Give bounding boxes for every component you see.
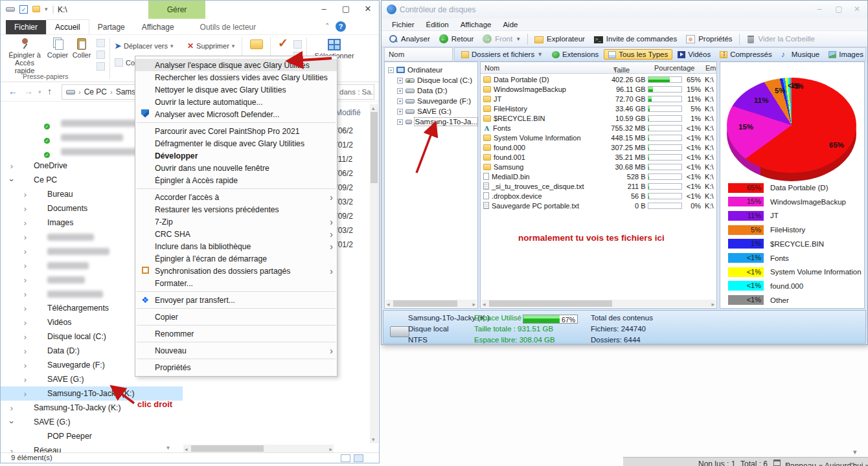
tab-accueil[interactable]: Accueil	[46, 19, 89, 34]
thumbnail-view-icon[interactable]	[354, 454, 363, 462]
sidebar-item-r-seau[interactable]: ›Réseau	[1, 443, 183, 452]
expander-icon[interactable]: ›	[22, 261, 29, 271]
scroll-left-icon[interactable]: ◂	[483, 301, 486, 307]
scroll-right-icon[interactable]: ▸	[472, 301, 475, 307]
context-menu-item-renommer[interactable]: Renommer	[135, 327, 337, 340]
expand-icon[interactable]: +	[397, 98, 403, 104]
filter-vid-os[interactable]: Vidéos	[674, 50, 714, 59]
horizontal-scrollbar[interactable]: ◂ ▸	[385, 300, 477, 307]
tab-outils-lecteur[interactable]: Outils de lecteur	[192, 20, 265, 34]
forward-icon[interactable]: →	[24, 86, 33, 96]
tree-column-header[interactable]: Nom	[384, 47, 453, 61]
column-header-location[interactable]: Em	[705, 64, 716, 72]
file-row-found-000[interactable]: found.000307.25 MB<1%K:\	[481, 142, 716, 152]
context-menu-item-pingler-l-cran-de-d-marrage[interactable]: Épingler à l'écran de démarrage	[135, 252, 337, 265]
expander-icon[interactable]: ›	[22, 218, 29, 228]
file-row-found-001[interactable]: found.00135.21 MB<1%K:\	[481, 152, 716, 162]
chevron-down-icon[interactable]: ▾	[853, 448, 857, 456]
menu-dition[interactable]: Édition	[421, 21, 454, 28]
toolbar-explorateur[interactable]: Explorateur	[530, 34, 589, 45]
tree-item-sauvegarde-f[interactable]: +Sauvegarde (F:)	[385, 96, 477, 106]
scrollbar-thumb[interactable]	[371, 112, 378, 183]
copy-path-icon[interactable]	[97, 50, 105, 59]
menu-fichier[interactable]: Fichier	[387, 21, 420, 28]
file-row-dropbox-device[interactable]: .dropbox.device56 B<1%K:\	[481, 191, 716, 201]
toolbar-propri-t-s[interactable]: Propriétés	[681, 34, 737, 45]
context-menu-item-copier[interactable]: Copier	[135, 311, 337, 323]
menu-aide[interactable]: Aide	[497, 21, 523, 28]
context-menu-item-d-velopper[interactable]: Développer	[135, 150, 337, 162]
file-row-filehistory[interactable]: FileHistory33.46 GB5%K:\	[481, 104, 716, 113]
column-header-name[interactable]: Nom	[485, 64, 499, 72]
recent-locations-icon[interactable]: ▾	[38, 89, 41, 95]
tab-affichage[interactable]: Affichage	[133, 20, 183, 34]
tree-item-save-g[interactable]: +SAVE (G:)	[385, 106, 477, 116]
file-row-data-portable-d[interactable]: Data Portable (D)402.26 GB65%K:\	[481, 74, 716, 84]
expander-icon[interactable]: ›	[22, 247, 29, 256]
menu-affichage[interactable]: Affichage	[455, 21, 497, 28]
scroll-up-icon[interactable]: ▴	[372, 105, 375, 111]
context-menu-item-7-zip[interactable]: 7-Zip›	[135, 216, 337, 228]
checkmark-qat-icon[interactable]: ✓	[19, 5, 28, 14]
context-menu-item-ouvrir-la-lecture-automatique[interactable]: Ouvrir la lecture automatique...	[135, 96, 337, 108]
file-row-mediaid-bin[interactable]: MediaID.bin528 B<1%K:\	[481, 172, 716, 181]
expander-icon[interactable]: ›	[22, 332, 29, 342]
tree-item-disque-local-c[interactable]: +Disque local (C:)	[385, 75, 477, 85]
scroll-right-icon[interactable]: ▸	[711, 301, 714, 307]
context-menu-item-formater[interactable]: Formater...	[135, 277, 337, 289]
filter-images[interactable]: Images	[825, 50, 867, 59]
context-menu-item-parcourir-avec-corel-paintshop-pro-2021[interactable]: Parcourir avec Corel PaintShop Pro 2021	[135, 125, 337, 137]
expander-icon[interactable]: ›	[22, 304, 29, 313]
cut-icon[interactable]	[97, 39, 105, 47]
context-menu-item-inclure-dans-la-biblioth-que[interactable]: Inclure dans la bibliothèque›	[135, 240, 337, 252]
qat-dropdown-icon[interactable]: ▾	[45, 6, 48, 12]
expander-icon[interactable]: ›	[22, 318, 29, 327]
tree-item-data-d[interactable]: +Data (D:)	[385, 85, 477, 96]
toolbar-invite-de-commandes[interactable]: >_Invite de commandes	[589, 34, 681, 45]
edit-icon[interactable]	[293, 40, 302, 49]
scrollbar-thumb[interactable]	[489, 300, 612, 307]
expander-icon[interactable]: ›	[22, 346, 29, 356]
tab-fichier[interactable]: Fichier	[6, 20, 46, 34]
scroll-left-icon[interactable]: ◂	[387, 301, 390, 307]
expand-icon[interactable]: +	[397, 119, 403, 125]
toolbar-analyser[interactable]: Analyser	[384, 33, 435, 45]
file-row-system-volume-information[interactable]: System Volume Information448.15 MB<1%K:\	[481, 133, 716, 142]
expander-icon[interactable]: ›	[22, 190, 29, 199]
expander-icon[interactable]: ›	[8, 403, 15, 413]
minimize-button[interactable]: –	[313, 1, 335, 19]
breadcrumb-drive[interactable]: Sams	[116, 87, 136, 96]
context-menu-item-propri-t-s[interactable]: Propriétés	[135, 361, 337, 373]
expander-icon[interactable]: ›	[22, 275, 29, 285]
breadcrumb-ce-pc[interactable]: Ce PC	[84, 87, 107, 96]
tree-item-samsung-1to-ja[interactable]: +Samsung-1To-Ja...	[385, 116, 477, 127]
expander-icon[interactable]: ›	[22, 289, 29, 299]
column-header-modified[interactable]: Modifié	[336, 108, 361, 117]
open-properties-button[interactable]: ✓	[274, 37, 292, 50]
details-view-icon[interactable]	[341, 454, 350, 462]
expand-icon[interactable]: +	[397, 88, 403, 94]
sidebar-item-save-g[interactable]: ›SAVE (G:)	[1, 415, 183, 429]
copy-button[interactable]: Copier	[45, 37, 71, 59]
context-menu-item-rechercher-les-dossiers-vides-avec-glary-utilities[interactable]: Rechercher les dossiers vides avec Glary…	[135, 71, 337, 83]
expand-icon[interactable]: +	[397, 109, 403, 115]
manage-tab[interactable]: Gérer	[148, 1, 205, 19]
expander-icon[interactable]: ›	[8, 161, 15, 171]
expander-icon[interactable]: ›	[22, 204, 29, 214]
paste-button[interactable]: Coller	[69, 37, 94, 59]
tree-item-ordinateur[interactable]: −Ordinateur	[385, 65, 477, 75]
up-icon[interactable]: ↑	[47, 86, 52, 96]
context-menu-item-d-fragmenter-le-disque-avec-glary-utilities[interactable]: Défragmenter le disque avec Glary Utilit…	[135, 137, 337, 150]
context-menu-item-synchronisation-des-dossiers-partag-s[interactable]: Synchronisation des dossiers partagés›	[135, 265, 337, 277]
context-menu-item-nettoyer-le-disque-avec-glary-utilities[interactable]: Nettoyer le disque avec Glary Utilities	[135, 83, 337, 96]
close-button[interactable]: ✕	[848, 5, 866, 14]
expander-icon[interactable]: ›	[22, 232, 29, 242]
filter-musique[interactable]: ♪Musique	[777, 50, 823, 59]
new-folder-button[interactable]	[247, 37, 266, 50]
scrollbar-thumb[interactable]	[393, 300, 457, 307]
sidebar-item-pop-peeper[interactable]: POP Peeper	[1, 429, 183, 443]
folder-qat-icon[interactable]	[32, 6, 40, 12]
horizontal-scrollbar[interactable]: ◂ ▸	[183, 445, 334, 452]
close-button[interactable]: ✕	[357, 1, 379, 19]
file-row-sauvegarde-pc-portable-txt[interactable]: Sauvegarde PC portable.txt0 B0%K:\	[481, 201, 716, 210]
